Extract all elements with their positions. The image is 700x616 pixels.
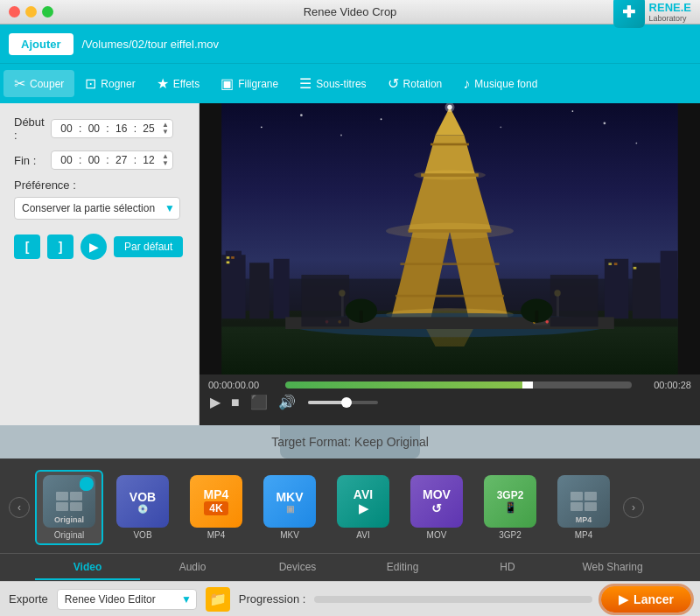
timeline-start-time: 00:00:00.00 [208,380,278,390]
exporte-select[interactable]: Renee Video Editor [57,589,197,610]
maximize-button[interactable] [42,6,53,18]
svg-point-9 [500,126,501,128]
format-item-avi[interactable]: AVI ▶ AVI [329,472,397,543]
debut-hours[interactable] [55,122,78,135]
format-item-vob[interactable]: VOB 💿 VOB [108,472,177,543]
volume-thumb[interactable] [341,397,352,408]
svg-rect-31 [430,144,469,146]
fin-seconds[interactable] [110,154,133,166]
tool-couper[interactable]: ✂ Couper [4,70,74,97]
format-icon-mkv: MKV ▣ [263,475,316,528]
svg-rect-52 [301,275,349,326]
stop-button[interactable]: ■ [229,395,242,410]
tab-editing[interactable]: Editing [350,556,455,580]
timeline-bar[interactable] [285,382,632,388]
debut-down[interactable]: ▼ [162,129,169,136]
tool-musique[interactable]: ♪ Musique fond [452,71,548,97]
format-item-mkv[interactable]: MKV ▣ MKV [256,472,324,543]
tab-devices[interactable]: Devices [245,556,350,580]
bracket-row: [ ] ▶ Par défaut [14,234,185,260]
preference-select[interactable]: Conserver la partie sélection... [14,197,180,220]
format-next-button[interactable]: › [623,497,644,518]
ajouter-button[interactable]: Ajouter [9,33,74,55]
volume-button[interactable]: 🔊 [276,394,298,410]
svg-rect-17 [227,262,230,264]
svg-rect-23 [634,267,637,270]
timeline-area: 00:00:00.00 00:00:28 ▶ ■ ⬛ 🔊 [200,374,700,425]
tab-web-sharing[interactable]: Web Sharing [560,556,665,580]
tool-sous-titres[interactable]: ☰ Sous-titres [289,70,376,97]
fin-milliseconds[interactable] [137,154,160,166]
format-label-3gp2: 3GP2 [499,530,522,540]
debut-seconds[interactable] [110,122,133,135]
window-controls[interactable] [9,6,53,18]
tool-rogner-label: Rogner [101,78,135,90]
tool-rotation[interactable]: ↺ Rotation [377,70,453,97]
format-prev-button[interactable]: ‹ [9,497,30,518]
fin-minutes[interactable] [82,154,105,166]
bracket-start-button[interactable]: [ [14,234,40,259]
format-item-mov[interactable]: MOV ↺ MOV [402,472,471,543]
svg-point-51 [545,320,549,324]
format-label-original: Original [54,530,84,540]
play-button[interactable]: ▶ [80,234,107,260]
exporte-label: Exporte [9,592,48,606]
minimize-button[interactable] [25,6,37,18]
tool-filigrane[interactable]: ▣ Filigrane [210,70,289,97]
debut-minutes[interactable] [82,122,105,135]
rogner-icon: ⊡ [85,75,96,92]
format-item-original[interactable]: ⚙ Original Original [35,470,103,545]
folder-button[interactable]: 📁 [206,587,230,612]
svg-point-4 [340,135,342,136]
timeline-needle[interactable] [522,382,533,388]
svg-point-34 [386,223,514,239]
preference-select-wrap[interactable]: Conserver la partie sélection... ▼ [14,197,180,220]
filigrane-icon: ▣ [220,75,234,92]
fin-time-input[interactable]: : : : ▲ ▼ [51,150,173,170]
timeline-top: 00:00:00.00 00:00:28 [208,380,691,390]
svg-point-8 [572,110,574,112]
format-item-3gp2[interactable]: 3GP2 📱 3GP2 [476,472,544,543]
tab-hd[interactable]: HD [455,556,560,580]
lancer-icon: ▶ [619,592,628,606]
format-icon-vob: VOB 💿 [116,475,169,528]
file-path: /Volumes/02/tour eiffel.mov [82,38,220,51]
close-button[interactable] [9,6,20,18]
format-item-mp4b[interactable]: MP4 MP4 [550,472,618,543]
tool-rogner[interactable]: ⊡ Rogner [74,70,145,97]
volume-slider[interactable] [308,401,378,404]
original-filmstrip [52,488,86,514]
format-label-mkv: MKV [280,530,299,540]
debut-milliseconds[interactable] [137,122,160,135]
bracket-end-button[interactable]: ] [47,234,74,259]
renee-logo-sub: Laboratory [649,14,691,23]
format-label-avi: AVI [356,530,369,540]
svg-rect-33 [396,295,504,298]
tab-video[interactable]: Video [35,556,140,580]
effets-icon: ★ [157,75,169,92]
snapshot-button[interactable]: ⬛ [248,394,270,410]
tool-sous-titres-label: Sous-titres [316,78,366,90]
tool-effets[interactable]: ★ Effets [146,70,210,97]
video-frame [200,103,700,374]
target-format-bar: Target Format: Keep Original [0,425,700,458]
debut-spinner[interactable]: ▲ ▼ [162,122,169,136]
fin-spinner[interactable]: ▲ ▼ [162,153,169,167]
debut-time-input[interactable]: : : : ▲ ▼ [51,119,173,138]
left-panel: Début : : : : ▲ ▼ Fin : : [0,103,200,425]
preference-label: Préférence : [14,178,185,192]
svg-rect-11 [221,255,245,318]
exporte-select-wrap[interactable]: Renee Video Editor ▼ [57,589,197,610]
format-area: ‹ ⚙ Original Original V [0,458,700,581]
svg-rect-20 [661,251,678,319]
format-item-mp4[interactable]: MP4 4K MP4 [182,472,250,543]
target-format-text: Target Format: Keep Original [271,435,429,449]
fin-down[interactable]: ▼ [162,160,169,167]
par-defaut-button[interactable]: Par défaut [114,236,183,257]
tab-audio[interactable]: Audio [140,556,245,580]
fin-hours[interactable] [55,154,78,166]
playback-controls: ▶ ■ ⬛ 🔊 [208,394,691,410]
play-pause-button[interactable]: ▶ [208,394,222,410]
svg-rect-16 [231,256,234,259]
lancer-button[interactable]: ▶ Lancer [601,586,691,612]
